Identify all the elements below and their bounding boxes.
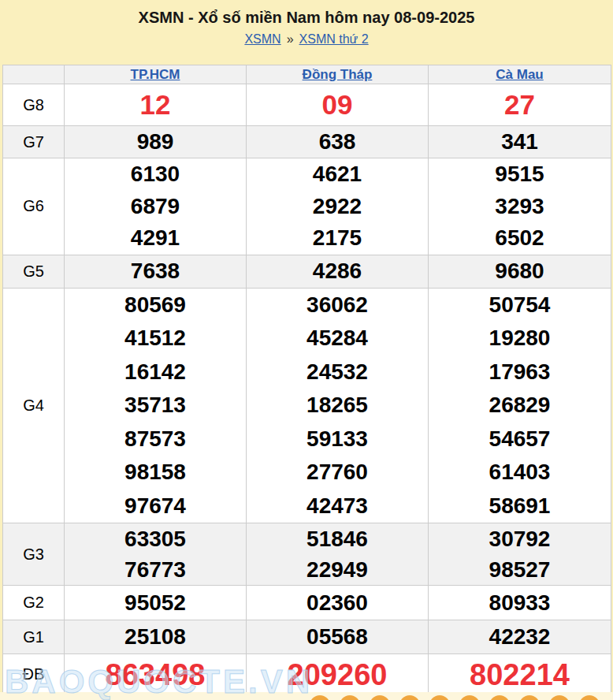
- result-cell: 209260: [247, 654, 429, 695]
- result-number: 36062: [247, 289, 428, 322]
- lotto-ball-icon: [519, 695, 540, 700]
- prize-label-g8: G8: [3, 84, 65, 126]
- prize-label-g5: G5: [3, 255, 65, 288]
- result-cell: 80933: [429, 586, 611, 620]
- result-number: 87573: [65, 423, 246, 456]
- result-number: 863498: [65, 659, 246, 691]
- result-number: 25108: [65, 621, 246, 653]
- lotto-ball-icon: [579, 695, 600, 700]
- result-number: 41512: [65, 322, 246, 356]
- result-number: 4291: [65, 222, 246, 255]
- prize-row-g3: G3633057677351846229493079298527: [3, 523, 611, 586]
- province-link-2[interactable]: Đồng Tháp: [303, 67, 373, 82]
- prize-row-g7: G7989638341: [3, 126, 611, 158]
- result-number: 35713: [65, 389, 246, 423]
- result-cell: 42232: [429, 620, 611, 654]
- result-cell: 36062452842453218265591332776042473: [247, 288, 429, 523]
- prize-row-g5: G5763842869680: [3, 255, 611, 288]
- result-cell: 462129222175: [247, 158, 429, 255]
- result-number: 97674: [65, 490, 246, 523]
- lotto-ball-icon: [399, 695, 420, 700]
- column-header-row: TP.HCMĐồng ThápCà Mau: [3, 65, 611, 84]
- result-number: 4621: [247, 158, 428, 191]
- result-cell: 6330576773: [65, 523, 247, 586]
- column-header: TP.HCM: [65, 65, 247, 84]
- result-number: 4286: [247, 255, 428, 287]
- province-link-3[interactable]: Cà Mau: [496, 67, 543, 82]
- result-number: 989: [65, 126, 246, 158]
- result-cell: 802214: [429, 654, 611, 695]
- result-cell: 12: [65, 84, 247, 126]
- result-number: 802214: [429, 659, 611, 691]
- result-number: 54657: [429, 423, 611, 456]
- result-number: 76773: [65, 554, 246, 585]
- result-number: 9515: [429, 158, 611, 191]
- bottom-strip: [0, 692, 613, 700]
- result-number: 19280: [429, 322, 611, 356]
- result-cell: 50754192801796326829546576140358691: [429, 288, 611, 523]
- result-number: 27: [429, 89, 611, 121]
- result-cell: 989: [65, 126, 247, 158]
- result-number: 80933: [429, 587, 611, 619]
- prize-row-g2: G2950520236080933: [3, 586, 611, 620]
- results-table: TP.HCMĐồng ThápCà Mau G8120927G798963834…: [2, 65, 611, 695]
- prize-label-g7: G7: [3, 126, 65, 158]
- lotto-ball-icon: [340, 695, 360, 700]
- result-number: 05568: [247, 621, 428, 653]
- result-number: 95052: [65, 587, 246, 619]
- prize-label-g3: G3: [3, 523, 65, 586]
- prize-row-g4: G480569415121614235713875739815897674360…: [3, 288, 611, 523]
- result-cell: 27: [429, 84, 611, 126]
- result-cell: 80569415121614235713875739815897674: [65, 288, 247, 523]
- result-number: 12: [65, 89, 246, 121]
- result-number: 80569: [65, 289, 246, 322]
- result-cell: 863498: [65, 654, 247, 695]
- result-number: 22949: [247, 554, 428, 585]
- result-number: 3293: [429, 191, 611, 223]
- result-number: 341: [429, 126, 611, 158]
- result-number: 18265: [247, 389, 428, 423]
- result-number: 27760: [247, 456, 428, 490]
- lotto-ball-icon: [310, 695, 330, 700]
- result-number: 58691: [429, 490, 611, 523]
- result-number: 6130: [65, 158, 246, 191]
- result-number: 59133: [247, 423, 428, 456]
- column-header: Cà Mau: [429, 65, 611, 84]
- result-number: 2922: [247, 191, 428, 223]
- page-header: XSMN - Xổ số miền Nam hôm nay 08-09-2025…: [0, 0, 613, 47]
- result-number: 50754: [429, 289, 611, 322]
- breadcrumb-link-xsmn[interactable]: XSMN: [244, 32, 280, 46]
- lotto-ball-icon: [489, 695, 510, 700]
- prize-label-db: ĐB: [3, 654, 65, 695]
- result-cell: 951532936502: [429, 158, 611, 255]
- result-cell: 05568: [247, 620, 429, 654]
- breadcrumb-link-current[interactable]: XSMN thứ 2: [299, 32, 369, 46]
- result-cell: 9680: [429, 255, 611, 288]
- lotto-ball-icon: [429, 695, 450, 700]
- result-number: 09: [247, 89, 428, 121]
- result-cell: 25108: [65, 620, 247, 654]
- lotto-ball-icon: [370, 695, 390, 700]
- result-number: 2175: [247, 222, 428, 255]
- result-number: 7638: [65, 255, 246, 287]
- result-number: 30792: [429, 523, 611, 554]
- result-cell: 341: [429, 126, 611, 158]
- lotto-ball-icon: [549, 695, 570, 700]
- result-number: 02360: [247, 587, 428, 619]
- result-cell: 5184622949: [247, 523, 429, 586]
- result-number: 98158: [65, 456, 246, 490]
- prize-label-g1: G1: [3, 620, 65, 654]
- prize-row-g8: G8120927: [3, 84, 611, 126]
- result-number: 61403: [429, 456, 611, 490]
- result-cell: 613068794291: [65, 158, 247, 255]
- prize-label-g4: G4: [3, 288, 65, 523]
- result-number: 45284: [247, 322, 428, 356]
- result-number: 17963: [429, 356, 611, 389]
- result-number: 6502: [429, 222, 611, 255]
- lotto-ball-icon: [459, 695, 480, 700]
- result-cell: 3079298527: [429, 523, 611, 586]
- breadcrumb: XSMN»XSMN thứ 2: [0, 32, 613, 47]
- province-link-1[interactable]: TP.HCM: [131, 67, 180, 82]
- result-number: 42232: [429, 621, 611, 653]
- result-cell: 4286: [247, 255, 429, 288]
